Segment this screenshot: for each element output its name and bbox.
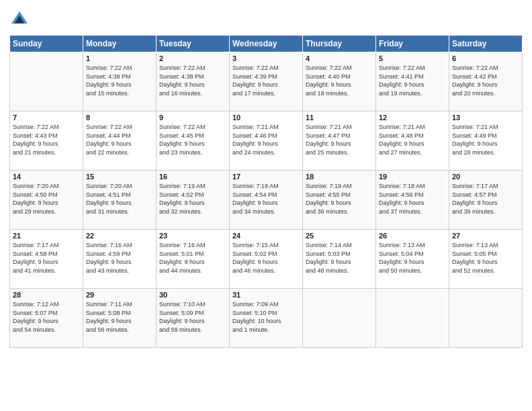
day-number: 4 [306, 54, 373, 62]
calendar-cell: 18Sunrise: 7:19 AM Sunset: 4:55 PM Dayli… [303, 171, 376, 230]
calendar-cell: 9Sunrise: 7:22 AM Sunset: 4:45 PM Daylig… [157, 111, 230, 171]
day-header-friday: Friday [376, 36, 449, 52]
cell-info: Sunrise: 7:19 AM Sunset: 4:52 PM Dayligh… [159, 182, 226, 216]
calendar-cell: 11Sunrise: 7:21 AM Sunset: 4:47 PM Dayli… [303, 111, 376, 171]
cell-info: Sunrise: 7:21 AM Sunset: 4:47 PM Dayligh… [306, 123, 373, 156]
calendar-week-2: 7Sunrise: 7:22 AM Sunset: 4:43 PM Daylig… [10, 111, 523, 171]
cell-info: Sunrise: 7:22 AM Sunset: 4:40 PM Dayligh… [306, 64, 373, 97]
calendar-cell: 29Sunrise: 7:11 AM Sunset: 5:08 PM Dayli… [83, 289, 157, 348]
day-number: 24 [232, 232, 300, 240]
calendar-cell [449, 289, 523, 348]
calendar-header-row: SundayMondayTuesdayWednesdayThursdayFrid… [10, 36, 523, 52]
calendar-cell [303, 289, 376, 348]
cell-info: Sunrise: 7:19 AM Sunset: 4:55 PM Dayligh… [306, 182, 373, 216]
cell-info: Sunrise: 7:12 AM Sunset: 5:07 PM Dayligh… [13, 300, 80, 334]
day-header-wednesday: Wednesday [230, 36, 303, 52]
day-header-sunday: Sunday [10, 36, 83, 52]
day-number: 29 [86, 291, 153, 299]
calendar-cell: 2Sunrise: 7:22 AM Sunset: 4:38 PM Daylig… [157, 52, 230, 111]
day-number: 14 [13, 173, 80, 181]
cell-info: Sunrise: 7:17 AM Sunset: 4:58 PM Dayligh… [13, 241, 80, 275]
calendar-cell: 30Sunrise: 7:10 AM Sunset: 5:09 PM Dayli… [157, 289, 230, 348]
cell-info: Sunrise: 7:09 AM Sunset: 5:10 PM Dayligh… [232, 300, 300, 334]
calendar-cell: 8Sunrise: 7:22 AM Sunset: 4:44 PM Daylig… [83, 111, 157, 171]
day-number: 28 [13, 291, 80, 299]
day-number: 1 [86, 54, 153, 62]
day-number: 18 [306, 173, 373, 181]
calendar-cell: 10Sunrise: 7:21 AM Sunset: 4:46 PM Dayli… [230, 111, 303, 171]
calendar-cell [376, 289, 449, 348]
calendar-cell: 17Sunrise: 7:19 AM Sunset: 4:54 PM Dayli… [230, 171, 303, 230]
calendar-week-5: 28Sunrise: 7:12 AM Sunset: 5:07 PM Dayli… [10, 289, 523, 348]
cell-info: Sunrise: 7:20 AM Sunset: 4:50 PM Dayligh… [13, 182, 80, 216]
calendar-cell: 16Sunrise: 7:19 AM Sunset: 4:52 PM Dayli… [157, 171, 230, 230]
day-header-saturday: Saturday [449, 36, 523, 52]
cell-info: Sunrise: 7:21 AM Sunset: 4:49 PM Dayligh… [452, 123, 519, 156]
day-number: 26 [379, 232, 446, 240]
day-number: 2 [159, 54, 226, 62]
day-number: 16 [159, 173, 226, 181]
calendar-table: SundayMondayTuesdayWednesdayThursdayFrid… [9, 35, 523, 348]
calendar-cell: 24Sunrise: 7:15 AM Sunset: 5:02 PM Dayli… [230, 230, 303, 289]
day-number: 30 [159, 291, 226, 299]
calendar-cell: 23Sunrise: 7:16 AM Sunset: 5:01 PM Dayli… [157, 230, 230, 289]
cell-info: Sunrise: 7:17 AM Sunset: 4:57 PM Dayligh… [452, 182, 519, 216]
page-header [9, 7, 523, 30]
logo-icon [9, 9, 30, 30]
cell-info: Sunrise: 7:13 AM Sunset: 5:04 PM Dayligh… [379, 241, 446, 275]
cell-info: Sunrise: 7:22 AM Sunset: 4:42 PM Dayligh… [452, 64, 519, 97]
cell-info: Sunrise: 7:19 AM Sunset: 4:54 PM Dayligh… [232, 182, 300, 216]
cell-info: Sunrise: 7:15 AM Sunset: 5:02 PM Dayligh… [232, 241, 300, 275]
calendar-cell: 4Sunrise: 7:22 AM Sunset: 4:40 PM Daylig… [303, 52, 376, 111]
page-container: SundayMondayTuesdayWednesdayThursdayFrid… [0, 0, 532, 355]
calendar-cell: 13Sunrise: 7:21 AM Sunset: 4:49 PM Dayli… [449, 111, 523, 171]
cell-info: Sunrise: 7:16 AM Sunset: 4:59 PM Dayligh… [86, 241, 153, 275]
cell-info: Sunrise: 7:13 AM Sunset: 5:05 PM Dayligh… [452, 241, 519, 275]
day-header-monday: Monday [83, 36, 157, 52]
day-number: 12 [379, 113, 446, 122]
day-number: 9 [159, 113, 226, 122]
cell-info: Sunrise: 7:22 AM Sunset: 4:38 PM Dayligh… [86, 64, 153, 97]
day-number: 27 [452, 232, 519, 240]
day-number: 25 [306, 232, 373, 240]
calendar-cell: 31Sunrise: 7:09 AM Sunset: 5:10 PM Dayli… [230, 289, 303, 348]
calendar-week-1: 1Sunrise: 7:22 AM Sunset: 4:38 PM Daylig… [10, 52, 523, 111]
calendar-cell: 22Sunrise: 7:16 AM Sunset: 4:59 PM Dayli… [83, 230, 157, 289]
calendar-cell: 21Sunrise: 7:17 AM Sunset: 4:58 PM Dayli… [10, 230, 83, 289]
cell-info: Sunrise: 7:22 AM Sunset: 4:41 PM Dayligh… [379, 64, 446, 97]
cell-info: Sunrise: 7:16 AM Sunset: 5:01 PM Dayligh… [159, 241, 226, 275]
day-number: 21 [13, 232, 80, 240]
cell-info: Sunrise: 7:20 AM Sunset: 4:51 PM Dayligh… [86, 182, 153, 216]
cell-info: Sunrise: 7:22 AM Sunset: 4:38 PM Dayligh… [159, 64, 226, 97]
day-number: 5 [379, 54, 446, 62]
cell-info: Sunrise: 7:10 AM Sunset: 5:09 PM Dayligh… [159, 300, 226, 334]
logo [9, 9, 31, 30]
day-number: 20 [452, 173, 519, 181]
day-number: 19 [379, 173, 446, 181]
calendar-cell: 1Sunrise: 7:22 AM Sunset: 4:38 PM Daylig… [83, 52, 157, 111]
cell-info: Sunrise: 7:21 AM Sunset: 4:48 PM Dayligh… [379, 123, 446, 156]
calendar-cell: 26Sunrise: 7:13 AM Sunset: 5:04 PM Dayli… [376, 230, 449, 289]
day-number: 13 [452, 113, 519, 122]
day-number: 3 [232, 54, 300, 62]
day-header-thursday: Thursday [303, 36, 376, 52]
cell-info: Sunrise: 7:14 AM Sunset: 5:03 PM Dayligh… [306, 241, 373, 275]
cell-info: Sunrise: 7:11 AM Sunset: 5:08 PM Dayligh… [86, 300, 153, 334]
calendar-cell: 15Sunrise: 7:20 AM Sunset: 4:51 PM Dayli… [83, 171, 157, 230]
calendar-cell: 5Sunrise: 7:22 AM Sunset: 4:41 PM Daylig… [376, 52, 449, 111]
cell-info: Sunrise: 7:21 AM Sunset: 4:46 PM Dayligh… [232, 123, 300, 156]
day-number: 31 [232, 291, 300, 299]
calendar-cell: 19Sunrise: 7:18 AM Sunset: 4:56 PM Dayli… [376, 171, 449, 230]
cell-info: Sunrise: 7:18 AM Sunset: 4:56 PM Dayligh… [379, 182, 446, 216]
day-number: 17 [232, 173, 300, 181]
day-number: 6 [452, 54, 519, 62]
day-number: 10 [232, 113, 300, 122]
calendar-cell: 12Sunrise: 7:21 AM Sunset: 4:48 PM Dayli… [376, 111, 449, 171]
day-number: 22 [86, 232, 153, 240]
day-number: 7 [13, 113, 80, 122]
calendar-cell: 7Sunrise: 7:22 AM Sunset: 4:43 PM Daylig… [10, 111, 83, 171]
day-header-tuesday: Tuesday [157, 36, 230, 52]
day-number: 15 [86, 173, 153, 181]
cell-info: Sunrise: 7:22 AM Sunset: 4:45 PM Dayligh… [159, 123, 226, 156]
calendar-cell: 3Sunrise: 7:22 AM Sunset: 4:39 PM Daylig… [230, 52, 303, 111]
